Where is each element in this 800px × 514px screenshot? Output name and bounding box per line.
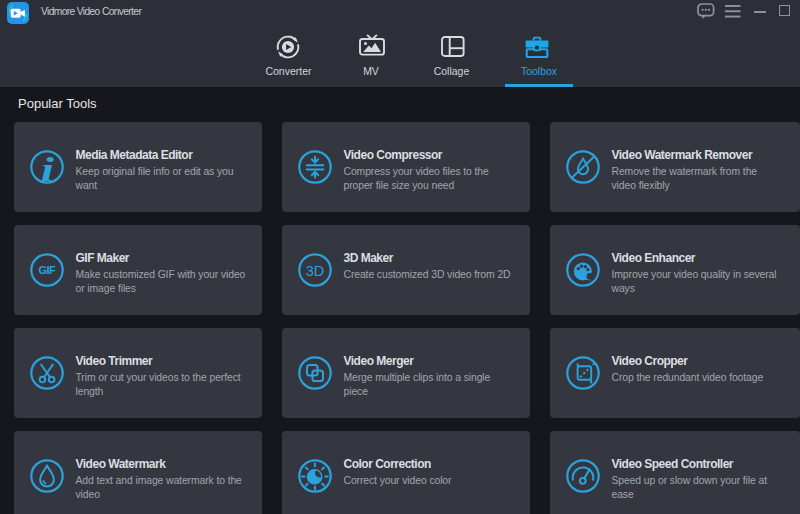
svg-text:GIF: GIF bbox=[39, 264, 56, 276]
svg-text:i: i bbox=[41, 150, 55, 184]
svg-text:3D: 3D bbox=[306, 263, 325, 279]
